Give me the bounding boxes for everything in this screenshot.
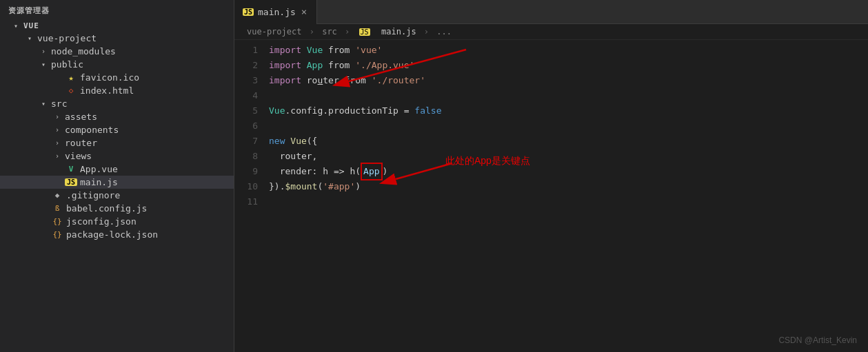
item-label: router xyxy=(65,138,97,148)
code-line-2: import App from './App.vue' xyxy=(269,58,868,73)
sidebar-title: 资源管理器 xyxy=(0,0,234,20)
expand-arrow: › xyxy=(55,139,65,147)
breadcrumb-part: src xyxy=(322,27,337,37)
breadcrumb-sep: › xyxy=(345,27,354,37)
expand-arrow: ▾ xyxy=(41,100,51,107)
expand-arrow: ▾ xyxy=(28,34,37,42)
js-icon: JS xyxy=(65,178,77,186)
tab-label: main.js xyxy=(258,7,296,17)
item-label: main.js xyxy=(80,177,118,187)
sidebar-item-assets[interactable]: › assets xyxy=(0,110,234,123)
item-label: node_modules xyxy=(51,46,116,56)
item-label: assets xyxy=(65,112,97,122)
sidebar-item-vue-project[interactable]: ▾ vue-project xyxy=(0,32,234,45)
code-line-11 xyxy=(269,194,868,209)
sidebar-item-node-modules[interactable]: › node_modules xyxy=(0,45,234,58)
expand-arrow: › xyxy=(55,126,65,134)
code-line-4 xyxy=(269,88,868,103)
code-line-7: new Vue({ xyxy=(269,134,868,149)
sidebar-item-gitignore[interactable]: ◆ .gitignore xyxy=(0,189,234,202)
app-highlight: App xyxy=(361,163,382,180)
item-label: .gitignore xyxy=(66,190,120,200)
line-numbers: 1 2 3 4 5 6 7 8 9 10 11 xyxy=(234,43,266,352)
expand-arrow: › xyxy=(41,48,51,55)
section-label: VUE xyxy=(23,21,39,30)
breadcrumb-part: vue-project xyxy=(247,27,301,37)
expand-arrow: ▾ xyxy=(14,22,23,30)
file-tree: ▾ VUE ▾ vue-project › node_modules ▾ pub… xyxy=(0,20,234,352)
sidebar-item-jsconfig[interactable]: {} jsconfig.json xyxy=(0,215,234,228)
code-line-3: import router from './router' xyxy=(269,73,868,88)
sidebar-item-main-js[interactable]: JS main.js xyxy=(0,176,234,189)
sidebar-item-package-lock[interactable]: {} package-lock.json xyxy=(0,228,234,241)
breadcrumb: vue-project › src › JS main.js › ... xyxy=(234,24,868,40)
sidebar-item-views[interactable]: › views xyxy=(0,149,234,163)
sidebar-item-babel[interactable]: ß babel.config.js xyxy=(0,202,234,215)
breadcrumb-part: ... xyxy=(436,27,452,37)
editor-area: JS main.js × vue-project › src › JS main… xyxy=(234,0,868,352)
item-label: jsconfig.json xyxy=(66,216,137,227)
watermark: CSDN @Artist_Kevin xyxy=(778,335,857,345)
breadcrumb-sep: › xyxy=(424,27,434,37)
sidebar-item-router[interactable]: › router xyxy=(0,136,234,149)
sidebar-item-app-vue[interactable]: V App.vue xyxy=(0,163,234,176)
sidebar-item-public[interactable]: ▾ public xyxy=(0,58,234,71)
item-label: package-lock.json xyxy=(66,229,158,240)
git-icon: ◆ xyxy=(51,191,63,200)
tab-js-icon: JS xyxy=(243,8,254,16)
item-label: babel.config.js xyxy=(66,203,147,214)
expand-arrow: › xyxy=(55,152,65,160)
code-editor[interactable]: import Vue from 'vue' import App from '.… xyxy=(266,43,868,352)
babel-icon: ß xyxy=(51,204,63,213)
item-label: index.html xyxy=(80,85,134,96)
item-label: src xyxy=(51,99,67,109)
sidebar-item-components[interactable]: › components xyxy=(0,123,234,136)
code-line-9: render: h => h(App) xyxy=(269,164,868,179)
html-icon: ◇ xyxy=(65,86,77,95)
sidebar-item-vue-section[interactable]: ▾ VUE xyxy=(0,20,234,32)
tab-bar: JS main.js × xyxy=(234,0,868,24)
breadcrumb-sep: › xyxy=(310,27,319,37)
code-line-10: }).$mount('#app') xyxy=(269,179,868,194)
item-label: components xyxy=(65,125,119,135)
item-label: App.vue xyxy=(80,164,118,174)
item-label: views xyxy=(65,151,92,161)
item-label: vue-project xyxy=(37,33,97,43)
code-line-6 xyxy=(269,118,868,134)
favicon-icon: ★ xyxy=(65,73,77,83)
json-icon2: {} xyxy=(51,230,63,239)
sidebar-item-src[interactable]: ▾ src xyxy=(0,97,234,110)
vue-icon: V xyxy=(65,165,77,174)
item-label: favicon.ico xyxy=(80,72,139,83)
tab-main-js[interactable]: JS main.js × xyxy=(234,0,317,24)
code-line-5: Vue.config.productionTip = false xyxy=(269,103,868,118)
code-line-1: import Vue from 'vue' xyxy=(269,43,868,58)
sidebar-item-favicon[interactable]: ★ favicon.ico xyxy=(0,71,234,84)
expand-arrow: › xyxy=(55,113,65,121)
item-label: public xyxy=(51,59,83,70)
expand-arrow: ▾ xyxy=(41,61,51,68)
breadcrumb-part: JS main.js xyxy=(358,27,421,37)
sidebar-item-index-html[interactable]: ◇ index.html xyxy=(0,84,234,97)
sidebar: 资源管理器 ▾ VUE ▾ vue-project › node_modules xyxy=(0,0,234,352)
tab-close-button[interactable]: × xyxy=(300,6,308,17)
json-icon: {} xyxy=(51,217,63,226)
code-line-8: router, xyxy=(269,149,868,164)
code-container: 1 2 3 4 5 6 7 8 9 10 11 import Vue from … xyxy=(234,40,868,352)
